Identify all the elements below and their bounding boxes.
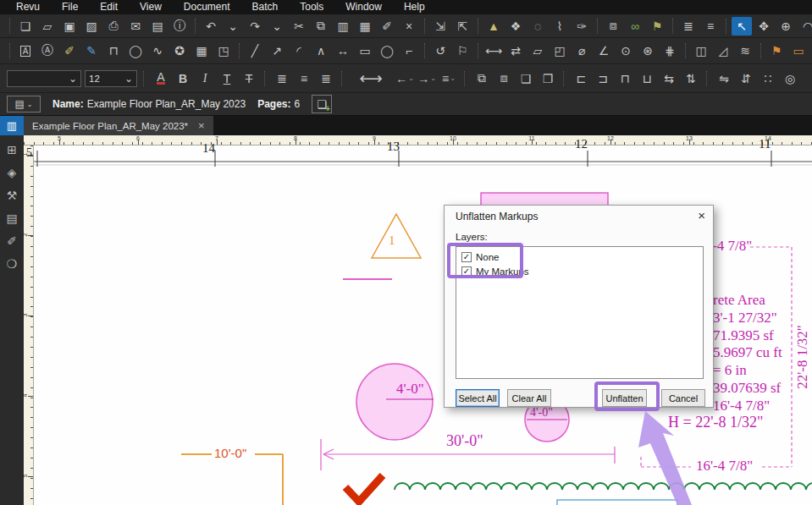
redo-button[interactable]: ↷ [245, 17, 265, 36]
erase-content-button[interactable]: ❖ [505, 17, 526, 36]
count-measure-button[interactable]: ⋕ [660, 41, 680, 60]
wall-area-measure-button[interactable]: ◫ [691, 41, 711, 60]
redo-options-button[interactable]: ⌄ [267, 17, 287, 36]
polycloud-tool-button[interactable]: ∿ [147, 41, 168, 60]
file-access-panel-button[interactable]: ▥ [0, 116, 24, 135]
print-button[interactable]: ⎙ [103, 17, 124, 36]
menu-view[interactable]: View [129, 0, 173, 14]
delete-button[interactable]: × [399, 17, 419, 36]
center-radius-measure-button[interactable]: ⊙ [616, 41, 636, 60]
menu-help[interactable]: Help [393, 0, 436, 14]
align-center-button[interactable]: ≡ [294, 69, 314, 88]
menu-document[interactable]: Document [173, 0, 241, 14]
menu-edit[interactable]: Edit [89, 0, 129, 14]
ellipse-tool-button[interactable]: ◯ [377, 41, 397, 60]
pen-tool-button[interactable]: ✎ [81, 41, 102, 60]
page-menu-button[interactable]: ▤ ⌄ [7, 96, 41, 113]
sidebar-layers-icon[interactable]: ◈ [3, 165, 20, 180]
bold-button[interactable]: B [173, 69, 193, 88]
line-tool-button[interactable]: ╱ [245, 41, 265, 60]
diameter-measure-button[interactable]: ⌀ [572, 41, 592, 60]
undo-options-button[interactable]: ⌄ [223, 17, 243, 36]
cut-button[interactable]: ✂ [289, 17, 309, 36]
length-measure-button[interactable]: ⟷ [483, 41, 504, 60]
sketch-rectangle-button[interactable]: ▭ [788, 41, 809, 60]
distribute-vertical-button[interactable]: ⇅ [681, 69, 701, 88]
restore-measure-button[interactable]: ↺ [430, 41, 450, 60]
menu-tools[interactable]: Tools [289, 0, 334, 14]
insert-pages-button[interactable]: ❏ + [312, 95, 332, 113]
select-all-button[interactable]: Select All [456, 389, 500, 407]
polygon-tool-button[interactable]: ⌐ [399, 41, 419, 60]
clear-all-button[interactable]: Clear All [507, 389, 551, 407]
flatten-button[interactable]: ▲ [483, 17, 504, 36]
cutout-measure-button[interactable]: ◰ [550, 41, 570, 60]
select-tool-button[interactable]: ↖ [732, 17, 752, 36]
italic-button[interactable]: I [195, 69, 215, 88]
bring-to-front-button[interactable]: ⧉ [472, 69, 492, 88]
snap-to-grid-button[interactable]: ∷ [758, 69, 778, 88]
group-button[interactable]: ❏ [516, 69, 536, 88]
font-family-select[interactable]: ⌄ [7, 70, 81, 87]
text-tool-button[interactable]: A [15, 41, 36, 60]
overlay-pages-button[interactable]: ≡ [700, 17, 721, 36]
clean-up-button[interactable]: ✑ [572, 17, 592, 36]
new-file-button[interactable]: ❏ [15, 17, 36, 36]
arc-tool-button[interactable]: ◜ [289, 41, 309, 60]
flip-horizontal-button[interactable]: ⇋ [714, 69, 734, 88]
lasso-tool-button[interactable]: ◠ [798, 17, 812, 36]
callout-tool-button[interactable]: ⊓ [103, 41, 124, 60]
info-button[interactable]: ⓘ [169, 17, 190, 36]
menu-batch[interactable]: Batch [241, 0, 290, 14]
align-right-button[interactable]: ≣ [316, 69, 336, 88]
zoom-in-tool-button[interactable]: ⊕ [776, 17, 796, 36]
import-markups-button[interactable]: ⇲ [430, 17, 450, 36]
image-tool-button[interactable]: ▦ [191, 41, 212, 60]
pan-tool-button[interactable]: ✥ [754, 17, 774, 36]
sidebar-measurements-icon[interactable]: ✐ [3, 233, 20, 249]
notebook-button[interactable]: ▤ [147, 17, 168, 36]
underline-button[interactable]: T [217, 69, 237, 88]
stamp-tool-button[interactable]: ✪ [169, 41, 190, 60]
paste-button[interactable]: ▥ [333, 17, 353, 36]
distribute-horizontal-button[interactable]: ⇆ [659, 69, 679, 88]
sketch-flag-button[interactable]: ⚑ [766, 41, 787, 60]
flip-vertical-button[interactable]: ⇵ [736, 69, 756, 88]
volume-measure-button[interactable]: ⊛ [638, 41, 658, 60]
hyperlink-button[interactable]: ∞ [625, 17, 645, 36]
undo-button[interactable]: ↶ [201, 17, 221, 36]
close-icon[interactable]: × [698, 208, 705, 222]
paste-in-place-button[interactable]: ▦ [355, 17, 375, 36]
ungroup-button[interactable]: ❐ [538, 69, 558, 88]
export-markups-button[interactable]: ⇱ [452, 17, 472, 36]
crop-tool-button[interactable]: ◳ [213, 41, 234, 60]
angle-measure-button[interactable]: ∠ [594, 41, 614, 60]
compare-documents-button[interactable]: ≣ [678, 17, 699, 36]
cancel-button[interactable]: Cancel [661, 389, 705, 407]
email-button[interactable]: ✉ [125, 17, 146, 36]
send-to-back-button[interactable]: ⧈ [494, 69, 514, 88]
sidebar-thumbnails-icon[interactable]: ⊞ [3, 142, 20, 157]
save-button[interactable]: ▣ [59, 17, 80, 36]
sidebar-markups-list-icon[interactable]: ▤ [3, 211, 20, 226]
typewriter-tool-button[interactable]: Ⓐ [37, 41, 58, 60]
align-top-edges-button[interactable]: ⊓ [615, 69, 635, 88]
calibrate-button[interactable]: ⚐ [452, 41, 472, 60]
line-style-button[interactable]: ≡⌄ [439, 69, 459, 88]
menu-file[interactable]: File [51, 0, 89, 14]
polyline-tool-button[interactable]: ∧ [311, 41, 331, 60]
font-size-select[interactable]: 12 ⌄ [85, 70, 137, 87]
center-in-page-button[interactable]: ◎ [780, 69, 800, 88]
attach-file-button[interactable]: ⌇ [550, 17, 570, 36]
polylength-measure-button[interactable]: ⇄ [505, 41, 526, 60]
dimension-tool-button[interactable]: ↔ [333, 41, 353, 60]
area-measure-button[interactable]: ▱ [528, 41, 548, 60]
cloud-tool-button[interactable]: ◯ [125, 41, 146, 60]
open-file-button[interactable]: ▱ [37, 17, 58, 36]
place-flag-button[interactable]: ⚑ [647, 17, 667, 36]
close-icon[interactable]: × [198, 120, 205, 131]
snapshot-button[interactable]: ⧈ [603, 17, 623, 36]
highlight-tool-button[interactable]: ✐ [59, 41, 80, 60]
cut-content-button[interactable]: ◌ [528, 17, 548, 36]
rectangle-tool-button[interactable]: ▭ [355, 41, 375, 60]
